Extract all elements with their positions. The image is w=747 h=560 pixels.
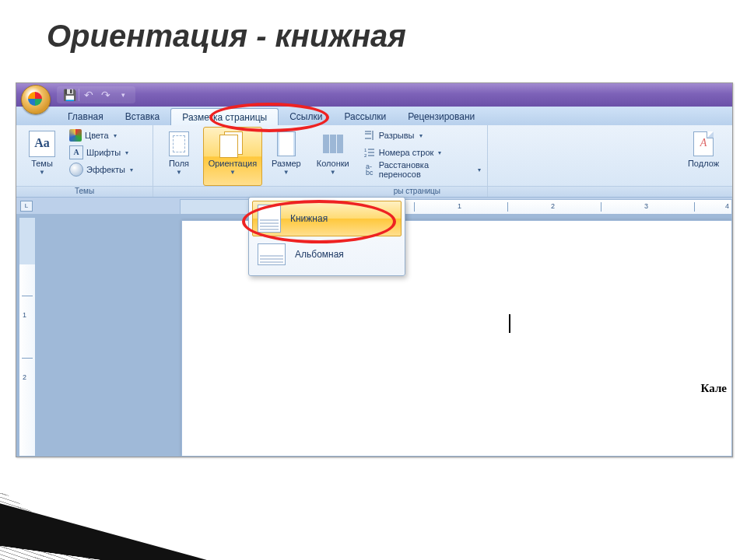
slide-title: Ориентация - книжная [47, 19, 406, 54]
orientation-portrait-label: Книжная [290, 213, 328, 224]
save-icon[interactable]: 💾 [61, 88, 77, 102]
chevron-down-icon: ▾ [419, 132, 423, 139]
portrait-page-icon [258, 205, 281, 233]
chevron-down-icon: ▾ [130, 166, 133, 173]
size-icon [277, 131, 296, 156]
quick-access-toolbar: 💾 ↶ ↷ ▾ [57, 86, 135, 103]
theme-colors-label: Цвета [85, 131, 109, 140]
svg-text:1: 1 [364, 148, 367, 152]
group-themes-label: Темы [16, 186, 153, 197]
tab-selector[interactable]: L [16, 198, 37, 215]
themes-label: Темы [31, 159, 53, 168]
themes-button[interactable]: Темы ▼ [19, 127, 65, 186]
group-bg-label [488, 186, 732, 197]
document-text: Кале [701, 382, 727, 395]
theme-fonts-label: Шрифты [86, 148, 121, 157]
theme-effects-button[interactable]: Эффекты ▾ [66, 161, 136, 178]
redo-icon[interactable]: ↷ [98, 88, 114, 102]
columns-icon [323, 135, 343, 153]
vertical-ruler[interactable]: 1 2 [19, 217, 36, 457]
group-page-background: A Подлож [488, 125, 732, 197]
orientation-landscape-item[interactable]: Альбомная [252, 236, 402, 272]
margins-label: Поля [169, 159, 189, 168]
ruler-num: 2 [551, 202, 555, 210]
breaks-button[interactable]: Разрывы ▾ [360, 127, 484, 144]
tab-home[interactable]: Главная [57, 108, 114, 125]
tab-page-layout[interactable]: Разметка страницы [170, 108, 279, 126]
tab-mailings[interactable]: Рассылки [333, 108, 397, 125]
vruler-num: 1 [23, 311, 26, 319]
colors-icon [69, 129, 82, 142]
qat-separator [79, 89, 79, 101]
chevron-down-icon: ▼ [330, 169, 336, 176]
chevron-down-icon: ▾ [438, 149, 441, 156]
chevron-down-icon: ▼ [230, 169, 236, 176]
watermark-button[interactable]: A Подлож [681, 127, 726, 186]
watermark-icon: A [693, 131, 714, 156]
tab-review[interactable]: Рецензировани [397, 108, 486, 125]
chevron-down-icon: ▼ [283, 169, 289, 176]
columns-label: Колонки [317, 159, 349, 168]
text-cursor [509, 314, 510, 333]
breaks-icon [363, 129, 376, 142]
chevron-down-icon: ▾ [114, 132, 117, 139]
chevron-down-icon: ▼ [39, 169, 45, 176]
group-themes: Темы ▼ Цвета ▾ A Шрифты ▾ [16, 125, 153, 197]
margins-icon [169, 131, 189, 156]
orientation-label: Ориентация [209, 159, 257, 168]
svg-text:2: 2 [364, 153, 367, 158]
effects-icon [69, 163, 83, 177]
window-titlebar: 💾 ↶ ↷ ▾ [16, 83, 732, 107]
orientation-icon [219, 131, 246, 156]
tab-references[interactable]: Ссылки [279, 108, 333, 125]
themes-icon [29, 131, 55, 157]
theme-colors-button[interactable]: Цвета ▾ [66, 127, 136, 144]
line-numbers-label: Номера строк [379, 148, 434, 157]
line-numbers-icon: 12 [363, 146, 376, 159]
ruler-num: 3 [644, 202, 648, 210]
theme-effects-label: Эффекты [86, 165, 125, 174]
undo-icon[interactable]: ↶ [81, 88, 96, 102]
columns-button[interactable]: Колонки ▼ [310, 127, 356, 186]
word-screenshot: 💾 ↶ ↷ ▾ Главная Вставка Разметка страниц… [16, 82, 733, 457]
chevron-down-icon: ▾ [125, 149, 128, 156]
ruler-num: 1 [458, 202, 461, 210]
fonts-icon: A [69, 145, 83, 159]
margins-button[interactable]: Поля ▼ [156, 127, 202, 186]
landscape-page-icon [258, 243, 286, 265]
orientation-portrait-item[interactable]: Книжная [252, 201, 402, 236]
qat-customize-icon[interactable]: ▾ [115, 88, 131, 102]
vruler-num: 2 [23, 373, 26, 381]
office-button[interactable] [21, 85, 51, 114]
watermark-label: Подлож [688, 159, 719, 168]
line-numbers-button[interactable]: 12 Номера строк ▾ [360, 144, 484, 161]
ribbon: Темы ▼ Цвета ▾ A Шрифты ▾ [16, 125, 732, 198]
size-label: Размер [272, 159, 301, 168]
ribbon-tabs: Главная Вставка Разметка страницы Ссылки… [16, 107, 732, 125]
hyphenation-icon: a-bc [363, 163, 376, 176]
theme-fonts-button[interactable]: A Шрифты ▾ [66, 144, 136, 161]
group-page-setup: Поля ▼ Ориентация ▼ Размер ▼ [153, 125, 488, 197]
tab-insert[interactable]: Вставка [114, 108, 171, 125]
hyphenation-button[interactable]: a-bc Расстановка переносов ▾ [360, 161, 484, 178]
orientation-button[interactable]: Ориентация ▼ [203, 127, 262, 186]
breaks-label: Разрывы [379, 131, 415, 140]
orientation-landscape-label: Альбомная [295, 249, 344, 260]
orientation-dropdown: Книжная Альбомная [248, 197, 405, 276]
ruler-num: 4 [725, 202, 729, 210]
group-page-setup-label: ры страницы [153, 186, 487, 197]
hyphenation-label: Расстановка переносов [379, 160, 473, 179]
chevron-down-icon: ▾ [478, 166, 481, 173]
chevron-down-icon: ▼ [176, 169, 182, 176]
size-button[interactable]: Размер ▼ [264, 127, 309, 186]
